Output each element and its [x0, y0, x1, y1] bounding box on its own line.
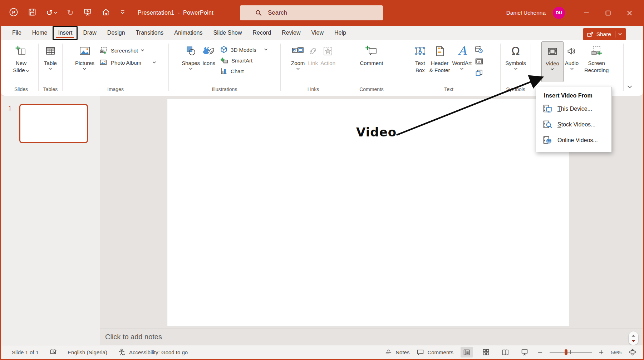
redo-icon[interactable]: ↻: [67, 9, 73, 17]
chevron-down-icon: [551, 68, 554, 70]
tab-design[interactable]: Design: [102, 26, 131, 40]
menu-item-online-videos[interactable]: Online Videos...: [536, 132, 611, 148]
zoom-in-button[interactable]: [599, 350, 604, 355]
icons-button[interactable]: Icons: [202, 41, 216, 67]
spellcheck-icon: [49, 349, 57, 356]
view-normal-button[interactable]: [461, 347, 473, 358]
powerpoint-logo-icon[interactable]: P: [9, 8, 18, 18]
notes-pane[interactable]: Click to add notes: [100, 329, 643, 345]
tab-draw[interactable]: Draw: [78, 26, 102, 40]
wordart-button[interactable]: A WordArt: [452, 41, 472, 71]
close-button[interactable]: [619, 0, 640, 26]
user-name[interactable]: Daniel Uchenna: [506, 10, 546, 16]
titlebar-right: Daniel Uchenna DU: [506, 0, 643, 26]
pictures-button[interactable]: Pictures: [75, 41, 94, 71]
search-box[interactable]: Search: [240, 5, 383, 20]
shapes-button[interactable]: Shapes: [182, 41, 200, 71]
annotation-video-label: Video: [356, 125, 397, 139]
smartart-icon: [220, 57, 228, 64]
ribbon-group-illustrations: Shapes Icons 3D Models: [169, 41, 280, 94]
spellcheck-button[interactable]: [49, 349, 57, 356]
tab-view[interactable]: View: [306, 26, 329, 40]
object-icon: [475, 69, 483, 77]
zoom-out-button[interactable]: [538, 350, 542, 355]
zoom-button[interactable]: Zoom: [291, 41, 305, 71]
screen-recording-icon: [590, 44, 603, 58]
audio-icon: [566, 44, 577, 58]
tab-home[interactable]: Home: [27, 26, 53, 40]
screen-recording-button[interactable]: ScreenRecording: [580, 41, 613, 74]
wordart-icon: A: [456, 44, 468, 58]
tab-review[interactable]: Review: [276, 26, 306, 40]
chart-icon: [220, 68, 228, 75]
ribbon-group-slides: New Slide Slides: [4, 41, 38, 94]
object-button[interactable]: [475, 69, 484, 78]
accessibility-checker[interactable]: Accessibility: Good to go: [118, 349, 188, 356]
group-label-text: Text: [397, 86, 500, 92]
view-slide-sorter-button[interactable]: [480, 347, 492, 358]
slide-thumbnail[interactable]: [19, 104, 88, 143]
menu-item-this-device[interactable]: This Device...: [536, 101, 611, 117]
header-footer-button[interactable]: Header& Footer: [429, 41, 450, 74]
slide-number-button[interactable]: #: [475, 57, 484, 66]
photo-album-button[interactable]: Photo Album: [99, 56, 156, 69]
screenshot-button[interactable]: Screenshot: [99, 44, 156, 56]
view-slideshow-button[interactable]: [518, 347, 531, 358]
save-icon[interactable]: [28, 8, 36, 18]
zoom-level[interactable]: 59%: [611, 349, 621, 355]
collapse-ribbon-icon[interactable]: [627, 84, 632, 90]
avatar[interactable]: DU: [553, 7, 565, 19]
fit-slide-button[interactable]: [629, 349, 636, 356]
chevron-down-icon: [49, 68, 52, 70]
notes-placeholder: Click to add notes: [105, 333, 162, 341]
text-box-button[interactable]: A TextBox: [414, 41, 427, 74]
comment-button[interactable]: Comment: [360, 41, 383, 67]
zoom-icon: [291, 44, 304, 58]
chevron-down-icon: [141, 49, 144, 51]
table-button[interactable]: Table: [44, 41, 57, 71]
title-bar: P ↺ ↻ Presentation1 - PowerPoint S: [1, 0, 643, 26]
start-slideshow-icon[interactable]: [83, 8, 92, 18]
home-icon[interactable]: [102, 8, 110, 18]
search-placeholder: Search: [268, 9, 287, 16]
maximize-button[interactable]: [597, 0, 619, 26]
undo-icon[interactable]: ↺: [46, 9, 57, 17]
chart-button[interactable]: Chart: [220, 66, 267, 76]
previous-slide-icon[interactable]: [631, 334, 636, 337]
insert-video-menu: Insert Video From This Device... Stock V…: [536, 87, 612, 152]
header-footer-icon: [434, 44, 445, 58]
tab-animations[interactable]: Animations: [169, 26, 208, 40]
symbols-button[interactable]: Ω Symbols: [505, 41, 526, 71]
minimize-button[interactable]: [576, 0, 597, 26]
chevron-down-icon: [570, 68, 574, 70]
icons-icon: [202, 44, 216, 58]
date-time-button[interactable]: [475, 45, 484, 54]
table-icon: [44, 44, 56, 58]
tab-transitions[interactable]: Transitions: [131, 26, 169, 40]
notes-toggle[interactable]: Notes: [385, 349, 409, 355]
tab-insert[interactable]: Insert: [53, 26, 78, 40]
view-normal-icon: [463, 349, 470, 356]
tab-file[interactable]: File: [7, 26, 27, 40]
next-slide-icon[interactable]: [631, 340, 636, 342]
new-slide-button[interactable]: New Slide: [13, 41, 29, 74]
view-reading-button[interactable]: [499, 347, 511, 358]
audio-button[interactable]: Audio: [565, 41, 579, 71]
customize-qat-icon[interactable]: [120, 10, 126, 16]
comments-toggle[interactable]: Comments: [417, 349, 453, 356]
powerpoint-window: P ↺ ↻ Presentation1 - PowerPoint S: [0, 0, 644, 360]
tab-record[interactable]: Record: [247, 26, 277, 40]
tab-slide-show[interactable]: Slide Show: [208, 26, 247, 40]
smartart-button[interactable]: SmartArt: [220, 55, 267, 66]
zoom-slider[interactable]: [550, 349, 592, 355]
slide-indicator: Slide 1 of 1: [12, 349, 39, 355]
video-button[interactable]: Video: [541, 41, 564, 82]
menu-item-stock-videos[interactable]: Stock Videos...: [536, 117, 611, 132]
video-stock-icon: [543, 120, 553, 129]
tab-help[interactable]: Help: [329, 26, 352, 40]
view-slideshow-icon: [521, 349, 528, 356]
share-button[interactable]: Share: [583, 28, 626, 40]
3d-models-button[interactable]: 3D Models: [220, 44, 267, 55]
language-selector[interactable]: English (Nigeria): [68, 349, 107, 355]
zoom-slider-thumb[interactable]: [565, 349, 567, 355]
